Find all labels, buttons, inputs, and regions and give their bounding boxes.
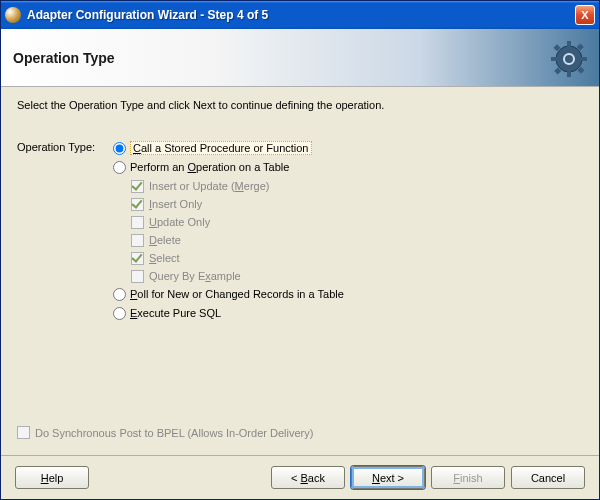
radio-pure-sql-label: Execute Pure SQL (130, 307, 221, 319)
radio-pure-sql-input[interactable] (113, 307, 126, 320)
radio-poll-input[interactable] (113, 288, 126, 301)
check-update-box (131, 216, 144, 229)
check-sync-post-label: Do Synchronous Post to BPEL (Allows In-O… (35, 427, 313, 439)
app-icon (5, 7, 21, 23)
radio-poll[interactable]: Poll for New or Changed Records in a Tab… (113, 285, 583, 303)
check-delete: Delete (131, 231, 583, 249)
cancel-button[interactable]: Cancel (511, 466, 585, 489)
content-area: Select the Operation Type and click Next… (1, 87, 599, 455)
svg-rect-5 (581, 57, 587, 61)
radio-poll-label: Poll for New or Changed Records in a Tab… (130, 288, 344, 300)
check-sync-post-box (17, 426, 30, 439)
window-title: Adapter Configuration Wizard - Step 4 of… (27, 8, 575, 22)
svg-rect-4 (551, 57, 557, 61)
radio-stored-procedure-input[interactable] (113, 142, 126, 155)
svg-point-0 (556, 46, 582, 72)
help-button[interactable]: Help (15, 466, 89, 489)
check-qbe: Query By Example (131, 267, 583, 285)
operation-type-row: Operation Type: Call a Stored Procedure … (17, 139, 583, 323)
check-qbe-box (131, 270, 144, 283)
check-delete-box (131, 234, 144, 247)
intro-text: Select the Operation Type and click Next… (17, 99, 583, 111)
wizard-window: Adapter Configuration Wizard - Step 4 of… (0, 0, 600, 500)
radio-table-operation[interactable]: Perform an Operation on a Table (113, 158, 583, 176)
check-sync-post: Do Synchronous Post to BPEL (Allows In-O… (17, 426, 313, 439)
radio-pure-sql[interactable]: Execute Pure SQL (113, 304, 583, 322)
check-select: Select (131, 249, 583, 267)
radio-stored-procedure-label: Call a Stored Procedure or Function (130, 141, 312, 155)
check-update: Update Only (131, 213, 583, 231)
radio-table-operation-input[interactable] (113, 161, 126, 174)
radio-stored-procedure[interactable]: Call a Stored Procedure or Function (113, 139, 583, 157)
operation-type-label: Operation Type: (17, 139, 113, 323)
radio-table-operation-label: Perform an Operation on a Table (130, 161, 289, 173)
check-qbe-label: Query By Example (149, 270, 241, 282)
check-select-box (131, 252, 144, 265)
svg-rect-2 (567, 41, 571, 47)
back-button[interactable]: < Back (271, 466, 345, 489)
header-panel: Operation Type (1, 29, 599, 87)
check-merge: Insert or Update (Merge) (131, 177, 583, 195)
svg-rect-3 (567, 71, 571, 77)
next-button[interactable]: Next > (351, 466, 425, 489)
check-merge-box (131, 180, 144, 193)
check-select-label: Select (149, 252, 180, 264)
check-delete-label: Delete (149, 234, 181, 246)
titlebar: Adapter Configuration Wizard - Step 4 of… (1, 1, 599, 29)
close-button[interactable]: X (575, 5, 595, 25)
finish-button: Finish (431, 466, 505, 489)
check-insert-box (131, 198, 144, 211)
footer-bar: Help < Back Next > Finish Cancel (1, 455, 599, 499)
check-insert-label: Insert Only (149, 198, 202, 210)
gear-icon (549, 39, 589, 79)
operation-options: Call a Stored Procedure or Function Perf… (113, 139, 583, 323)
page-title: Operation Type (13, 50, 115, 66)
check-merge-label: Insert or Update (Merge) (149, 180, 269, 192)
close-icon: X (581, 9, 588, 21)
check-insert: Insert Only (131, 195, 583, 213)
table-sub-options: Insert or Update (Merge) Insert Only Upd… (131, 177, 583, 285)
check-update-label: Update Only (149, 216, 210, 228)
